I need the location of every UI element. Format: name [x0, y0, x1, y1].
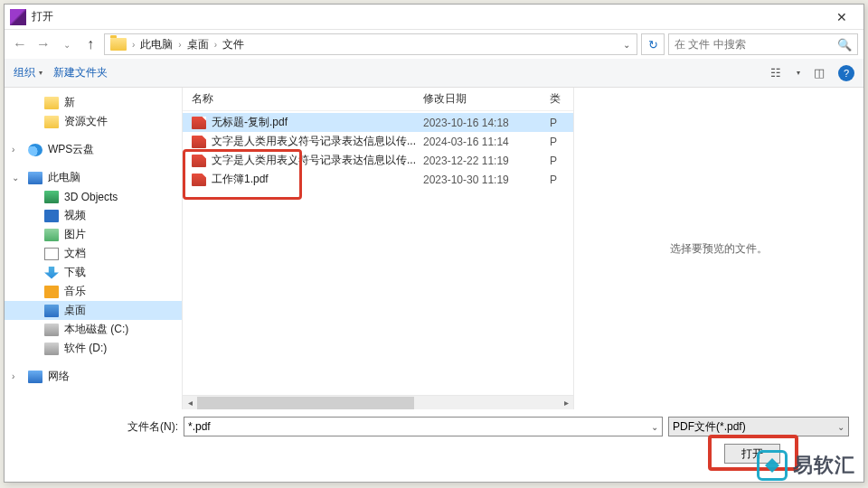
- address-bar[interactable]: › 此电脑 › 桌面 › 文件 ⌄: [104, 33, 637, 55]
- open-button-label: 打开: [741, 446, 763, 462]
- search-box[interactable]: 🔍: [668, 33, 858, 55]
- open-button[interactable]: 打开: [724, 444, 780, 464]
- sidebar-item-resources[interactable]: 资源文件: [5, 112, 182, 131]
- sidebar-item[interactable]: 本地磁盘 (C:): [5, 320, 182, 339]
- file-date: 2024-03-16 11:14: [423, 136, 550, 148]
- view-options-button[interactable]: ☷: [768, 65, 784, 81]
- sidebar-item-label: 下载: [64, 265, 86, 280]
- pic-icon: [44, 229, 59, 241]
- pdf-icon: [192, 155, 206, 167]
- sidebar-item-label: 资源文件: [64, 114, 108, 129]
- search-input[interactable]: [675, 38, 837, 51]
- sidebar-item-label: 文档: [64, 246, 86, 261]
- organize-label: 组织: [14, 65, 35, 80]
- folder-icon: [110, 38, 127, 51]
- bottom-bar: 文件名(N): *.pdf ⌄ PDF文件(*.pdf) ⌄ 打开 取消: [5, 409, 863, 478]
- sidebar-item[interactable]: 软件 (D:): [5, 339, 182, 358]
- filename-label: 文件名(N):: [19, 419, 178, 435]
- recent-dropdown-icon[interactable]: ⌄: [57, 34, 77, 54]
- app-icon: [10, 9, 26, 25]
- sidebar-item-new[interactable]: 新: [5, 93, 182, 112]
- open-file-dialog: 打开 ✕ ← → ⌄ ↑ › 此电脑 › 桌面 › 文件 ⌄ ↻ 🔍 组织 ▾ …: [4, 4, 864, 483]
- sidebar-item[interactable]: 桌面: [5, 301, 182, 320]
- sidebar-item-label: 此电脑: [48, 170, 80, 185]
- filetype-filter-combobox[interactable]: PDF文件(*.pdf) ⌄: [668, 417, 849, 436]
- obj-icon: [44, 191, 59, 203]
- desk-icon: [44, 305, 59, 317]
- file-type: P: [550, 174, 568, 186]
- sidebar-item-label: 3D Objects: [64, 191, 118, 203]
- folder-icon: [44, 116, 59, 128]
- sidebar-item[interactable]: 音乐: [5, 282, 182, 301]
- organize-menu[interactable]: 组织 ▾: [14, 65, 42, 80]
- scroll-right-button[interactable]: ▸: [559, 397, 573, 409]
- chevron-right-icon: ›: [12, 145, 14, 155]
- chevron-right-icon: ›: [12, 371, 14, 381]
- pdf-icon: [192, 117, 206, 129]
- pc-icon: [28, 172, 42, 184]
- refresh-button[interactable]: ↻: [641, 33, 665, 55]
- up-button[interactable]: ↑: [80, 34, 100, 54]
- file-list: 无标题-复制.pdf2023-10-16 14:18P文字是人类用表义符号记录表…: [183, 111, 573, 395]
- sidebar-item[interactable]: 文档: [5, 244, 182, 263]
- breadcrumb-desktop[interactable]: 桌面: [184, 37, 212, 52]
- filename-combobox[interactable]: *.pdf ⌄: [184, 417, 663, 436]
- sidebar-item-this-pc[interactable]: ⌄此电脑: [5, 168, 182, 187]
- titlebar: 打开 ✕: [5, 5, 863, 30]
- chevron-right-icon: ›: [178, 40, 181, 50]
- file-type: P: [550, 155, 568, 167]
- column-header-type[interactable]: 类: [550, 91, 568, 107]
- file-row[interactable]: 工作簿1.pdf2023-10-30 11:19P: [183, 170, 573, 189]
- sidebar-item[interactable]: 图片: [5, 225, 182, 244]
- close-button[interactable]: ✕: [826, 6, 858, 28]
- file-date: 2023-10-16 14:18: [423, 117, 550, 129]
- sidebar-item-label: 视频: [64, 208, 86, 223]
- file-row[interactable]: 文字是人类用表义符号记录表达信息以传...2024-03-16 11:14P: [183, 132, 573, 151]
- file-list-pane: 名称 修改日期 类 无标题-复制.pdf2023-10-16 14:18P文字是…: [182, 88, 574, 409]
- breadcrumb-this-pc[interactable]: 此电脑: [137, 37, 176, 52]
- sidebar-item[interactable]: 视频: [5, 206, 182, 225]
- column-header-name[interactable]: 名称: [192, 91, 423, 107]
- help-button[interactable]: ?: [838, 65, 854, 81]
- new-folder-button[interactable]: 新建文件夹: [53, 65, 108, 80]
- sidebar-item[interactable]: 下载: [5, 263, 182, 282]
- file-row[interactable]: 文字是人类用表义符号记录表达信息以传...2023-12-22 11:19P: [183, 151, 573, 170]
- folder-icon: [44, 97, 59, 109]
- column-headers: 名称 修改日期 类: [183, 88, 573, 111]
- search-icon[interactable]: 🔍: [837, 38, 852, 52]
- file-date: 2023-10-30 11:19: [423, 174, 550, 186]
- column-header-modified[interactable]: 修改日期: [423, 91, 550, 107]
- chevron-down-icon[interactable]: ⌄: [651, 422, 658, 432]
- file-name: 无标题-复制.pdf: [212, 115, 423, 130]
- sidebar-item-label: 桌面: [64, 303, 86, 318]
- file-name: 文字是人类用表义符号记录表达信息以传...: [212, 153, 423, 168]
- sidebar-item-wps-cloud[interactable]: ›WPS云盘: [5, 140, 182, 159]
- address-dropdown-icon[interactable]: ⌄: [618, 40, 635, 50]
- breadcrumb-folder[interactable]: 文件: [219, 37, 248, 52]
- scroll-left-button[interactable]: ◂: [183, 397, 197, 409]
- file-name: 工作簿1.pdf: [212, 172, 423, 187]
- horizontal-scrollbar[interactable]: ◂ ▸: [183, 395, 573, 409]
- sidebar-item-label: 网络: [48, 369, 70, 384]
- forward-button[interactable]: →: [33, 34, 53, 54]
- pdf-icon: [192, 174, 206, 186]
- file-row[interactable]: 无标题-复制.pdf2023-10-16 14:18P: [183, 113, 573, 132]
- chevron-down-icon[interactable]: ⌄: [837, 422, 844, 432]
- pdf-icon: [192, 136, 206, 148]
- body-area: 新 资源文件 ›WPS云盘 ⌄此电脑 3D Objects视频图片文档下载音乐桌…: [5, 88, 863, 409]
- scroll-track[interactable]: [197, 397, 559, 409]
- sidebar-item[interactable]: 3D Objects: [5, 187, 182, 206]
- scroll-thumb[interactable]: [197, 397, 414, 409]
- preview-pane-button[interactable]: ◫: [811, 65, 827, 81]
- filename-value: *.pdf: [188, 420, 211, 433]
- sidebar-item-network[interactable]: ›网络: [5, 367, 182, 386]
- file-name: 文字是人类用表义符号记录表达信息以传...: [212, 134, 423, 149]
- sidebar-item-label: 图片: [64, 227, 86, 242]
- toolbar: 组织 ▾ 新建文件夹 ☷ ▾ ◫ ?: [5, 59, 863, 88]
- back-button[interactable]: ←: [10, 34, 30, 54]
- filter-value: PDF文件(*.pdf): [673, 419, 746, 435]
- chevron-down-icon[interactable]: ▾: [797, 69, 800, 77]
- doc-icon: [44, 248, 59, 260]
- window-title: 打开: [32, 9, 826, 24]
- file-date: 2023-12-22 11:19: [423, 155, 550, 167]
